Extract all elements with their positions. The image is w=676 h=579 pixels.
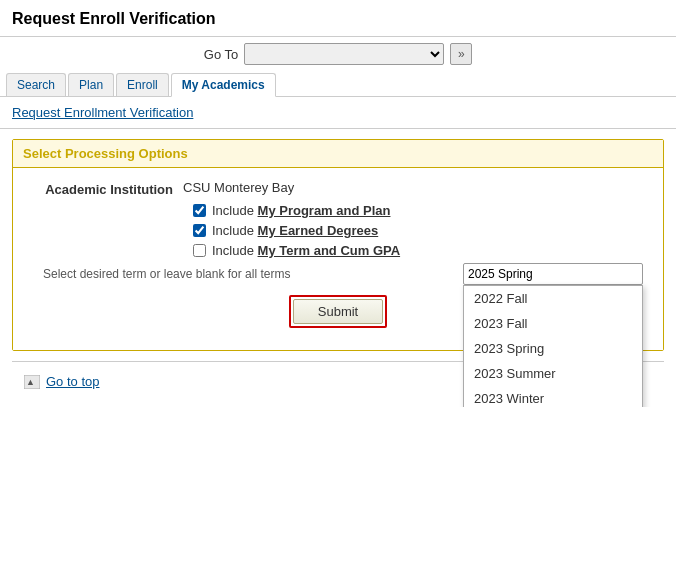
nav-tabs: Search Plan Enroll My Academics (0, 71, 676, 97)
term-dropdown-list: 2022 Fall 2023 Fall 2023 Spring 2023 Sum… (463, 285, 643, 407)
institution-label: Academic Institution (23, 180, 183, 197)
breadcrumb-area: Request Enrollment Verification (0, 97, 676, 129)
checkbox-degrees-label: Include My Earned Degrees (212, 223, 378, 238)
checkbox-gpa-label: Include My Term and Cum GPA (212, 243, 400, 258)
tab-plan[interactable]: Plan (68, 73, 114, 96)
checkbox-degrees[interactable] (193, 224, 206, 237)
goto-label: Go To (204, 47, 238, 62)
main-content: Select Processing Options Academic Insti… (0, 129, 676, 407)
submit-btn-wrapper: Submit (289, 295, 387, 328)
go-to-top-icon: ▲ (24, 375, 40, 389)
institution-row: Academic Institution CSU Monterey Bay (23, 180, 653, 197)
term-dropdown-wrapper: 2022 Fall 2023 Fall 2023 Spring 2023 Sum… (463, 263, 643, 285)
page-title: Request Enroll Verification (12, 10, 664, 28)
dropdown-item-2023spring[interactable]: 2023 Spring (464, 336, 642, 361)
breadcrumb-link[interactable]: Request Enrollment Verification (12, 105, 193, 120)
checkbox-degrees-row: Include My Earned Degrees (193, 223, 653, 238)
section-header: Select Processing Options (13, 140, 663, 168)
submit-button[interactable]: Submit (293, 299, 383, 324)
tab-enroll[interactable]: Enroll (116, 73, 169, 96)
checkbox-program-label: Include My Program and Plan (212, 203, 390, 218)
dropdown-item-2023summer[interactable]: 2023 Summer (464, 361, 642, 386)
section-title: Select Processing Options (23, 146, 188, 161)
processing-options-section: Select Processing Options Academic Insti… (12, 139, 664, 351)
goto-button[interactable]: » (450, 43, 472, 65)
term-area: Select desired term or leave blank for a… (23, 263, 653, 285)
term-select[interactable]: 2022 Fall 2023 Fall 2023 Spring 2023 Sum… (463, 263, 643, 285)
checkbox-program-row: Include My Program and Plan (193, 203, 653, 218)
goto-select[interactable] (244, 43, 444, 65)
section-body: Academic Institution CSU Monterey Bay In… (13, 168, 663, 350)
goto-bar: Go To » (0, 37, 676, 71)
checkbox-gpa[interactable] (193, 244, 206, 257)
tab-my-academics[interactable]: My Academics (171, 73, 276, 97)
tab-search[interactable]: Search (6, 73, 66, 96)
checkbox-program[interactable] (193, 204, 206, 217)
dropdown-item-2023fall[interactable]: 2023 Fall (464, 311, 642, 336)
page-header: Request Enroll Verification (0, 0, 676, 37)
dropdown-item-2023winter[interactable]: 2023 Winter (464, 386, 642, 407)
svg-text:▲: ▲ (26, 377, 35, 387)
go-to-top-link[interactable]: Go to top (46, 374, 99, 389)
dropdown-item-2022fall[interactable]: 2022 Fall (464, 286, 642, 311)
checkbox-gpa-row: Include My Term and Cum GPA (193, 243, 653, 258)
institution-value: CSU Monterey Bay (183, 180, 294, 195)
term-text: Select desired term or leave blank for a… (43, 267, 290, 281)
